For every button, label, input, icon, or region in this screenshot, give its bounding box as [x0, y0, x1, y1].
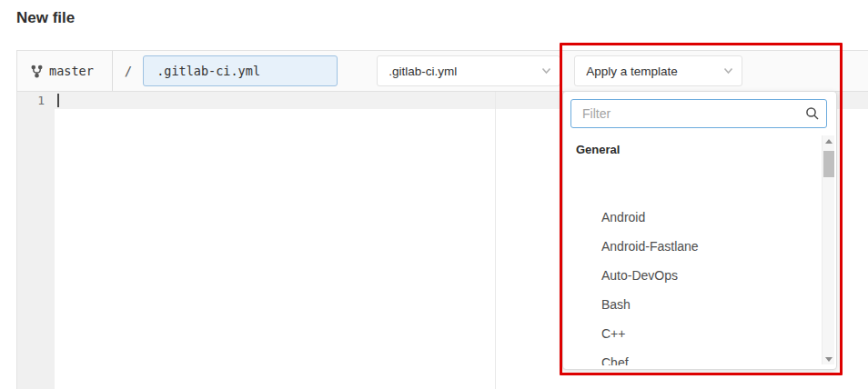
template-section-header: General [576, 143, 620, 156]
editor-gutter: 1 [17, 92, 55, 389]
page-title: New file [16, 9, 75, 27]
filetype-select[interactable]: .gitlab-ci.yml [377, 55, 560, 86]
branch-indicator: master [17, 51, 94, 91]
line-number: 1 [37, 94, 45, 107]
template-dropdown-panel: General Android Android-Fastlane Auto-De… [562, 91, 837, 370]
template-item-android[interactable]: Android [601, 203, 811, 232]
chevron-down-icon [723, 67, 733, 75]
dropdown-scrollbar[interactable] [822, 135, 834, 364]
scroll-up-arrow[interactable] [823, 135, 835, 147]
template-item-cpp[interactable]: C++ [601, 319, 811, 348]
template-select-value: Apply a template [586, 65, 678, 78]
scrollbar-thumb[interactable] [823, 151, 834, 177]
path-separator: / [125, 64, 132, 78]
template-item-auto-devops[interactable]: Auto-DevOps [601, 261, 811, 290]
chevron-down-icon [541, 67, 551, 75]
text-cursor [57, 94, 59, 107]
template-list: General Android Android-Fastlane Auto-De… [563, 135, 816, 365]
template-select[interactable]: Apply a template [574, 55, 742, 86]
print-margin-ruler [495, 92, 496, 389]
template-item-chef[interactable]: Chef [601, 348, 811, 365]
branch-name: master [49, 64, 94, 78]
template-filter-input[interactable] [570, 99, 827, 128]
toolbar-divider [112, 51, 113, 91]
scroll-down-arrow[interactable] [823, 353, 835, 364]
template-item-android-fastlane[interactable]: Android-Fastlane [601, 232, 811, 261]
filetype-select-value: .gitlab-ci.yml [389, 65, 457, 78]
file-toolbar: master / .gitlab-ci.yml Apply a template [16, 50, 868, 92]
git-branch-icon [31, 65, 43, 78]
template-item-bash[interactable]: Bash [601, 290, 811, 319]
filename-input[interactable] [143, 55, 338, 86]
new-file-page: New file master / .gitlab-ci.yml Apply a [0, 0, 868, 389]
